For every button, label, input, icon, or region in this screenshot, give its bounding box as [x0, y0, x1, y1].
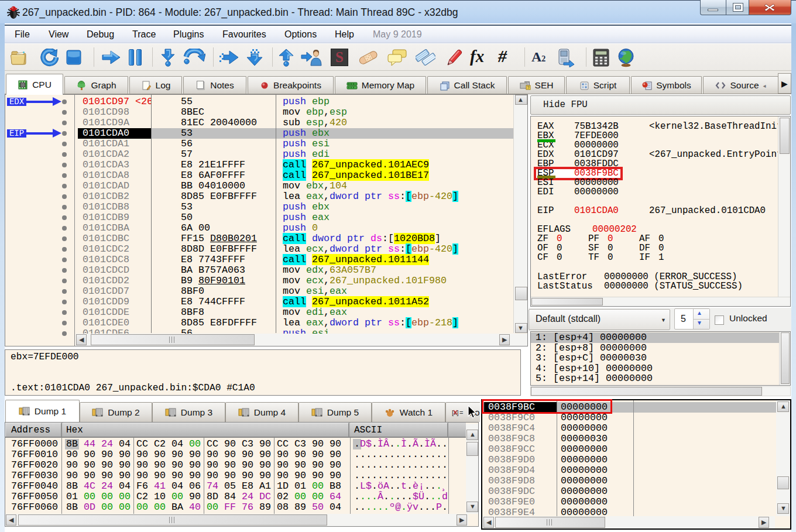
svg-text:=: = — [459, 409, 463, 416]
svg-text:?: ? — [527, 85, 529, 90]
